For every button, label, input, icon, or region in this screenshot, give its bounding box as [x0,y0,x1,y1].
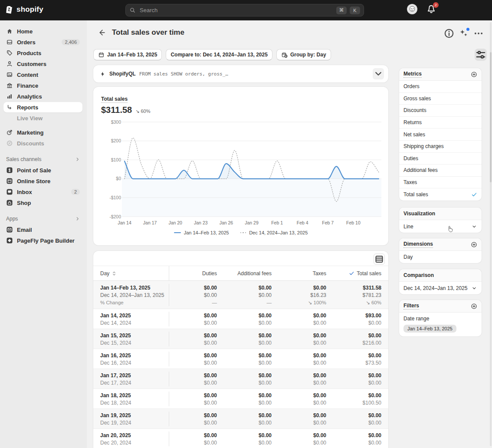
row-value: $0.00 [224,392,279,399]
inbox-app-icon [6,188,13,195]
more-actions-button[interactable] [473,28,484,39]
comparison-select[interactable]: Dec 14, 2024–Jan 13, 2025 [399,282,482,294]
row-value: $73.50 [333,360,388,366]
legend-previous-period[interactable]: Dec 14, 2024–Jan 13, 2025 [240,230,308,235]
dimension-day[interactable]: Day [399,251,482,263]
sidebar-item-customers[interactable]: Customers [3,59,82,69]
add-metric-button[interactable] [471,71,477,78]
visualization-select[interactable]: Line [399,220,482,233]
row-date: Dec 19, 2024 [93,419,169,426]
calendar-icon [98,52,105,58]
sidebar-item-products[interactable]: Products [3,48,82,58]
metric-shipping-charges[interactable]: Shipping charges [399,141,482,153]
row-value: $0.00 [279,313,333,319]
sidebar-item-discounts: Discounts [3,138,82,148]
comparison-panel-title: Comparison [403,272,434,278]
row-value: $0.00 [224,320,279,326]
store-app-icon [6,178,13,184]
sidebar-item-reports[interactable]: Reports [3,102,82,112]
sidebar-item-home[interactable]: Home [3,26,82,36]
table-row: Jan 20, 2025$0.00$0.00$0.00$0.00Dec 20, … [93,429,388,448]
info-button[interactable] [443,28,455,39]
sort-icon [112,271,117,276]
global-search[interactable]: ⌘ K [125,4,364,16]
metric-orders[interactable]: Orders [399,81,482,93]
sidebar-item-orders[interactable]: Orders2,406 [3,37,82,47]
metric-total-sales[interactable]: Total sales [399,188,482,201]
row-value: $0.00 [333,372,388,379]
row-value: $0.00 [333,333,388,339]
insights-button[interactable] [458,28,469,39]
store-avatar[interactable] [407,4,417,14]
compare-to-chip[interactable]: Compare to: Dec 14, 2024–Jan 13, 2025 [166,49,272,60]
row-date: Dec 18, 2024 [93,399,169,406]
metric-taxes[interactable]: Taxes [399,177,482,189]
chart-metric-label: Total sales [101,96,128,103]
column-header-total-sales[interactable]: Total sales [333,270,388,277]
sidebar-item-analytics[interactable]: Analytics [3,91,82,102]
chevron-down-icon [471,224,477,230]
row-value: $0.00 [333,432,388,438]
row-value: $93.00 [333,313,388,319]
add-filter-button[interactable] [471,303,477,310]
customers-icon [6,60,13,67]
metric-gross-sales[interactable]: Gross sales [399,93,482,105]
main-content: Total sales over time Jan 14–Feb 13, 202… [87,20,492,448]
search-input[interactable] [139,7,333,14]
section-header-sales-channels[interactable]: Sales channels [6,155,81,164]
chart-change-badge: ↘ 60% [135,109,150,114]
table-grid-icon [374,254,384,264]
sidebar-item-email[interactable]: Email [3,224,82,235]
sidebar-item-finance[interactable]: Finance [3,80,82,91]
sidebar-item-online-store[interactable]: Online Store [3,176,82,186]
metric-duties[interactable]: Duties [399,153,482,165]
svg-text:Jan 23: Jan 23 [194,220,208,225]
row-value: $0.00 [279,432,333,438]
row-value: $0.00 [279,400,333,406]
row-value: $0.00 [169,340,224,346]
metric-returns[interactable]: Returns [399,117,482,129]
sidebar-item-content[interactable]: Content [3,69,82,80]
svg-text:Feb 1: Feb 1 [271,220,283,225]
metric-net-sales[interactable]: Net sales [399,128,482,141]
column-header-day[interactable]: Day [93,266,169,280]
sidebar-item-pagefly-page-builder[interactable]: PageFly Page Builder [3,235,82,246]
row-value: $0.00 [169,333,224,339]
svg-text:Feb 4: Feb 4 [297,220,308,225]
group-by-chip[interactable]: Group by: Day [276,49,331,60]
sidebar-item-inbox[interactable]: Inbox2 [3,187,82,197]
metric-discounts[interactable]: Discounts [399,105,482,117]
analytics-icon [6,93,13,100]
section-header-apps[interactable]: Apps [6,214,81,224]
shopifyql-bar[interactable]: ShopifyQL FROM sales SHOW orders, gross_… [93,65,388,82]
add-dimension-button[interactable] [471,241,477,248]
visualization-panel-title: Visualization [403,211,435,217]
row-value: $0.00 [224,292,279,298]
row-value: $0.00 [224,440,279,446]
dimensions-panel: Dimensions Day [399,238,482,263]
scrollbar-thumb[interactable] [490,52,492,182]
filter-date-range-chip[interactable]: Jan 14–Feb 13, 2025 [403,325,456,333]
row-value: $0.00 [169,320,224,326]
row-value: $100.50 [333,400,388,406]
table-view-button[interactable] [374,254,385,265]
metric-label: Taxes [403,179,417,185]
shopifyql-expand-button[interactable] [373,68,384,79]
shopify-logo[interactable]: shopify [4,4,43,15]
customize-panel-toggle[interactable] [475,49,487,61]
row-value: $0.00 [169,372,224,379]
sidebar-item-live-view[interactable]: Live View [3,113,82,123]
back-arrow-icon[interactable] [97,28,106,37]
sidebar-item-shop[interactable]: Shop [3,198,82,208]
notifications-bell-icon[interactable]: 2 [426,4,436,14]
sidebar-item-point-of-sale[interactable]: Point of Sale [3,165,82,175]
sidebar-item-marketing[interactable]: Marketing [3,127,82,138]
metric-label: Duties [403,155,418,161]
date-range-chip[interactable]: Jan 14–Feb 13, 2025 [93,49,162,60]
metric-additional-fees[interactable]: Additional fees [399,165,482,177]
table-row: Jan 16, 2025$0.00$0.00$0.00$0.00Dec 16, … [93,349,388,369]
legend-current-period[interactable]: Jan 14–Feb 13, 2025 [174,230,229,235]
row-value: $16.23 [279,292,333,298]
row-date: Jan 14, 2025 [93,312,169,319]
page-title: Total sales over time [112,28,184,37]
